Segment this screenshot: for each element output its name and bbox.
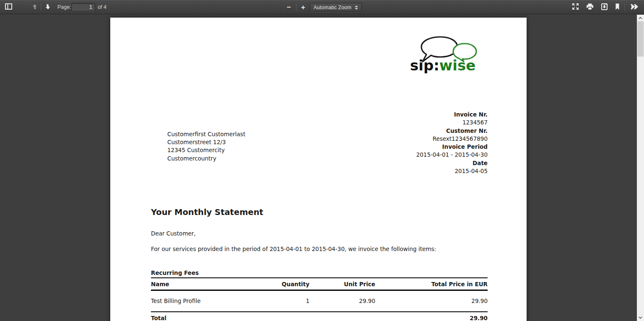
download-button[interactable]: [599, 2, 609, 12]
total-value: 29.90: [375, 312, 488, 321]
table-body: Test Billing Profile 1 29.90 29.90: [151, 291, 488, 311]
invoice-date-label: Date: [353, 159, 488, 167]
sidebar-toggle-icon: [5, 3, 12, 11]
customer-nr-label: Customer Nr.: [353, 127, 488, 135]
scroll-down-icon: [639, 316, 642, 319]
more-tools-button[interactable]: [628, 2, 641, 12]
logo-text-wise: wise: [439, 57, 475, 74]
scroll-up-button[interactable]: [637, 15, 644, 21]
invoice-date-value: 2015-04-05: [353, 167, 488, 175]
intro-text: For our services provided in the period …: [151, 246, 470, 252]
table-row: Test Billing Profile 1 29.90 29.90: [151, 291, 488, 311]
invoice-nr-value: 1234567: [353, 119, 488, 127]
cell-quantity: 1: [243, 291, 309, 311]
double-chevron-right-icon: [631, 4, 638, 11]
zoom-in-button[interactable]: +: [298, 2, 309, 12]
select-updown-icon: [355, 5, 358, 10]
previous-page-button[interactable]: [30, 2, 40, 12]
cell-unit-price: 29.90: [309, 291, 375, 311]
page-label: Page:: [57, 0, 71, 14]
invoice-period-value: 2015-04-01 - 2015-04-30: [353, 151, 488, 159]
pdf-toolbar: Page: of 4 − + Automatic Zoom: [0, 0, 644, 14]
page-number-input[interactable]: [71, 3, 95, 11]
address-line: Customerfirst Customerlast: [167, 130, 245, 138]
print-icon: [586, 3, 594, 11]
sidebar-toggle-button[interactable]: [3, 2, 14, 12]
sipwise-logo: sip:wise: [410, 36, 488, 78]
customer-nr-value: Resext1234567890: [353, 135, 488, 143]
address-line: 12345 Customercity: [167, 146, 245, 154]
customer-address: Customerfirst Customerlast Customerstree…: [167, 130, 245, 163]
print-button[interactable]: [585, 2, 595, 12]
statement-heading: Your Monthly Statement: [151, 207, 263, 217]
table-total-row: Total 29.90: [151, 311, 488, 321]
bookmark-button[interactable]: [612, 2, 622, 12]
col-header-quantity: Quantity: [243, 278, 309, 290]
invoice-nr-label: Invoice Nr.: [353, 111, 488, 119]
download-icon: [601, 3, 608, 11]
arrow-up-icon: [31, 3, 38, 11]
scrollbar-thumb[interactable]: [637, 21, 644, 57]
plus-icon: +: [301, 4, 305, 11]
recurring-fees-title: Recurring Fees: [151, 269, 199, 276]
toolbar-separator: [296, 3, 296, 11]
sipwise-logo-text: sip:wise: [410, 58, 488, 72]
col-header-total-price: Total Price in EUR: [375, 278, 488, 290]
toolbar-separator: [624, 3, 625, 11]
address-line: Customerstreet 12/3: [167, 138, 245, 146]
document-viewport[interactable]: sip:wise Invoice Nr. 1234567 Customer Nr…: [0, 15, 637, 321]
cell-name: Test Billing Profile: [151, 291, 243, 311]
table-header-row: Name Quantity Unit Price Total Price in …: [151, 277, 488, 291]
zoom-out-button[interactable]: −: [283, 2, 294, 12]
invoice-period-label: Invoice Period: [353, 143, 488, 151]
scroll-down-button[interactable]: [637, 314, 644, 321]
pdf-page-1: sip:wise Invoice Nr. 1234567 Customer Nr…: [110, 18, 527, 321]
cell-total-price: 29.90: [375, 291, 488, 311]
logo-text-sip: sip:: [410, 57, 439, 74]
invoice-meta: Invoice Nr. 1234567 Customer Nr. Resext1…: [353, 111, 488, 175]
minus-icon: −: [287, 4, 291, 11]
salutation-text: Dear Customer,: [151, 230, 196, 237]
presentation-mode-button[interactable]: [570, 2, 580, 12]
next-page-button[interactable]: [43, 2, 53, 12]
bookmark-icon: [615, 3, 620, 11]
col-header-unit-price: Unit Price: [309, 278, 375, 290]
zoom-level-value: Automatic Zoom: [314, 5, 355, 10]
zoom-level-select[interactable]: Automatic Zoom: [310, 3, 362, 12]
toolbar-separator: [41, 3, 41, 11]
address-line: Customercountry: [167, 155, 245, 163]
page-count-label: of 4: [98, 0, 106, 14]
scroll-up-icon: [639, 17, 642, 19]
total-label: Total: [151, 312, 243, 321]
col-header-name: Name: [151, 278, 243, 290]
arrow-down-icon: [44, 3, 51, 11]
recurring-fees-table: Name Quantity Unit Price Total Price in …: [151, 277, 488, 321]
fullscreen-icon: [572, 3, 579, 11]
vertical-scrollbar[interactable]: [637, 15, 644, 321]
